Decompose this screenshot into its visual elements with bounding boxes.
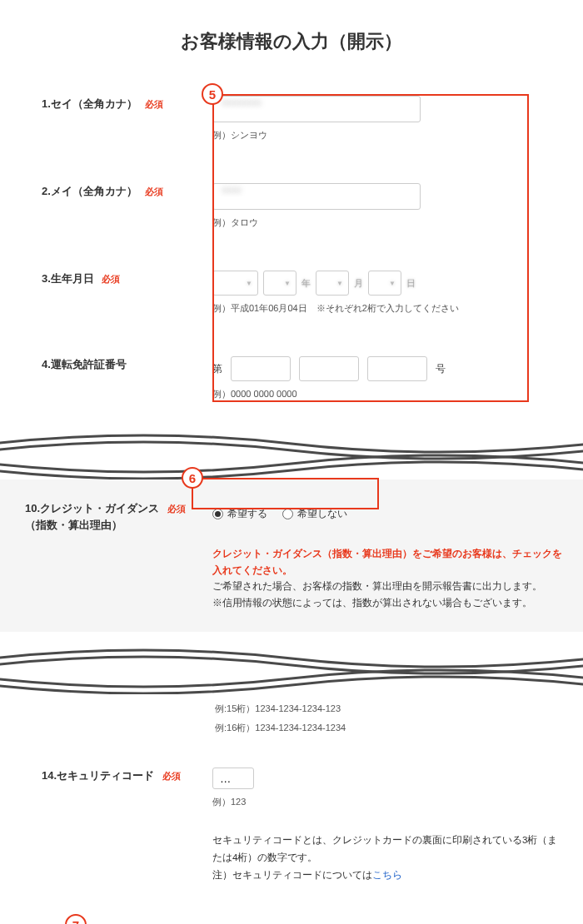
field-firstname-kana: xxxx 例）タロウ	[212, 183, 566, 229]
label-text: 10.クレジット・ガイダンス	[25, 502, 159, 514]
label-security-code: 14.セキュリティコード 必須	[17, 768, 212, 883]
callout-badge-5: 5	[202, 83, 223, 105]
notice-line: ※信用情報の状態によっては、指数が算出されない場合もございます。	[212, 595, 566, 612]
form-panel-2: 6 10.クレジット・ガイダンス 必須 （指数・算出理由） 希望する 希望しない…	[0, 479, 583, 632]
label-text: 4.運転免許証番号	[42, 358, 127, 370]
license-group: 第 号	[212, 356, 566, 381]
dob-month-unit: 月	[354, 277, 363, 290]
input-license-1[interactable]	[231, 356, 291, 381]
license-suffix: 号	[436, 362, 446, 376]
radio-icon	[282, 509, 293, 519]
example-16: 例:16桁）1234-1234-1234-1234	[215, 722, 583, 734]
required-badge: 必須	[162, 771, 181, 781]
dob-group: 年 月 日	[212, 271, 566, 296]
select-era[interactable]	[212, 271, 258, 296]
example-text: 例）123	[212, 796, 566, 808]
example-text: 例）タロウ	[212, 216, 566, 229]
notice-line: ご希望された場合、お客様の指数・算出理由を開示報告書に出力します。	[212, 579, 566, 595]
license-prefix: 第	[212, 362, 222, 376]
callout-badge-7: 7	[65, 914, 87, 924]
required-badge: 必須	[145, 99, 163, 109]
row-credit-guidance: 10.クレジット・ガイダンス 必須 （指数・算出理由） 希望する 希望しない ク…	[17, 500, 566, 611]
example-text: 例）平成01年06月04日 ※それぞれ2桁で入力してください	[212, 302, 566, 315]
callout-badge-6: 6	[182, 467, 203, 489]
label-text: 1.セイ（全角カナ）	[42, 97, 137, 110]
security-link[interactable]: こちら	[372, 870, 402, 880]
field-lastname-kana: xxxxxxxx 例）シンヨウ	[212, 96, 566, 142]
required-badge: 必須	[145, 186, 163, 196]
label-text: 14.セキュリティコード	[42, 769, 154, 782]
form-panel-1: 5 1.セイ（全角カナ） 必須 xxxxxxxx 例）シンヨウ 2.メイ（全角カ…	[0, 96, 583, 434]
required-badge: 必須	[167, 504, 186, 514]
label-text: 2.メイ（全角カナ）	[42, 185, 137, 197]
row-lastname-kana: 1.セイ（全角カナ） 必須 xxxxxxxx 例）シンヨウ	[17, 96, 566, 142]
row-security-code: 14.セキュリティコード 必須 例）123 セキュリティコードとは、クレジットカ…	[17, 768, 566, 883]
row-dob: 3.生年月日 必須 年 月 日 例）平成01年06月04日 ※それぞれ2桁で入力…	[17, 271, 566, 315]
example-text: 例）シンヨウ	[212, 129, 566, 142]
radio-item-notwant[interactable]: 希望しない	[282, 507, 347, 521]
wave-divider-2	[0, 648, 583, 694]
info-line: セキュリティコードとは、クレジットカードの裏面に印刷されている3桁（または4桁）…	[212, 832, 566, 866]
label-license: 4.運転免許証番号	[17, 356, 212, 400]
guidance-notice: クレジット・ガイダンス（指数・算出理由）をご希望のお客様は、チェックを入れてくだ…	[212, 546, 566, 611]
dob-year-unit: 年	[301, 277, 311, 290]
radio-label: 希望する	[227, 507, 267, 521]
radio-item-want[interactable]: 希望する	[212, 507, 267, 521]
input-firstname-kana[interactable]: xxxx	[212, 183, 421, 210]
radio-icon	[212, 509, 223, 519]
label-dob: 3.生年月日 必須	[17, 271, 212, 315]
field-security-code: 例）123 セキュリティコードとは、クレジットカードの裏面に印刷されている3桁（…	[212, 768, 566, 883]
input-dob-year[interactable]	[263, 271, 296, 296]
field-dob: 年 月 日 例）平成01年06月04日 ※それぞれ2桁で入力してください	[212, 271, 566, 315]
example-text: 例）0000 0000 0000	[212, 388, 566, 400]
card-examples: 例:15桁）1234-1234-1234-123 例:16桁）1234-1234…	[0, 694, 583, 734]
info-line: 注）セキュリティコードについてはこちら	[212, 867, 566, 884]
page-title: お客様情報の入力（開示）	[0, 0, 583, 96]
input-license-2[interactable]	[299, 356, 359, 381]
label-lastname-kana: 1.セイ（全角カナ） 必須	[17, 96, 212, 142]
radio-group-guidance: 希望する 希望しない	[212, 500, 566, 521]
row-license: 4.運転免許証番号 第 号 例）0000 0000 0000	[17, 356, 566, 400]
input-security-code[interactable]	[212, 768, 254, 789]
input-lastname-kana[interactable]: xxxxxxxx	[212, 96, 421, 122]
label-credit-guidance: 10.クレジット・ガイダンス 必須 （指数・算出理由）	[17, 500, 212, 611]
field-credit-guidance: 希望する 希望しない クレジット・ガイダンス（指数・算出理由）をご希望のお客様は…	[212, 500, 566, 611]
example-15: 例:15桁）1234-1234-1234-123	[215, 703, 583, 715]
security-info: セキュリティコードとは、クレジットカードの裏面に印刷されている3桁（または4桁）…	[212, 832, 566, 883]
radio-label: 希望しない	[297, 507, 347, 521]
form-panel-3: 14.セキュリティコード 必須 例）123 セキュリティコードとは、クレジットカ…	[0, 734, 583, 908]
label-sub: （指数・算出理由）	[25, 519, 122, 531]
button-row: 7 〈 申込中止する 次へ ›	[0, 908, 583, 924]
info-pre: 注）セキュリティコードについては	[212, 870, 372, 880]
wave-divider-1	[0, 434, 583, 479]
input-dob-day[interactable]	[368, 271, 401, 296]
dob-day-unit: 日	[406, 277, 416, 290]
input-license-3[interactable]	[367, 356, 427, 381]
required-badge: 必須	[102, 274, 120, 284]
label-text: 3.生年月日	[42, 272, 94, 285]
notice-red: クレジット・ガイダンス（指数・算出理由）をご希望のお客様は、チェックを入れてくだ…	[212, 546, 566, 579]
label-firstname-kana: 2.メイ（全角カナ） 必須	[17, 183, 212, 229]
field-license: 第 号 例）0000 0000 0000	[212, 356, 566, 400]
input-dob-month[interactable]	[316, 271, 349, 296]
row-firstname-kana: 2.メイ（全角カナ） 必須 xxxx 例）タロウ	[17, 183, 566, 229]
